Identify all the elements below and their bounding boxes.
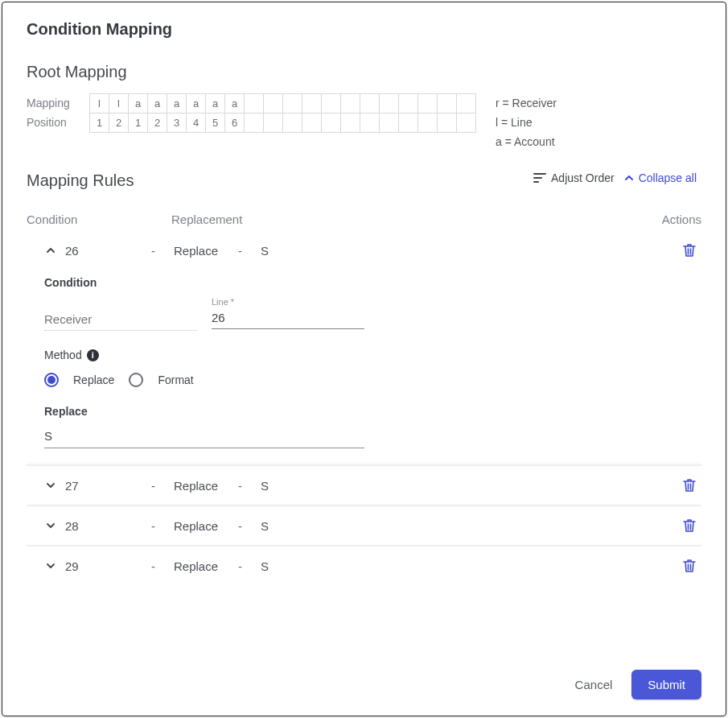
root-mapping-area: Mapping Position llaaaaaa 12123456 r = R… [27, 93, 701, 151]
mapping-cell[interactable]: a [225, 94, 245, 113]
position-cell[interactable] [245, 113, 264, 133]
position-cell[interactable] [399, 113, 418, 133]
position-cell[interactable] [360, 113, 380, 133]
mapping-cell[interactable] [399, 94, 418, 113]
rule-row: 28 - Replace - S [27, 506, 701, 545]
legend-a: a = Account [496, 132, 557, 151]
mapping-cell[interactable] [380, 94, 399, 113]
position-cell[interactable]: 4 [187, 113, 206, 133]
delete-rule-button[interactable] [679, 555, 700, 577]
expand-toggle[interactable] [43, 477, 59, 493]
rule-value: S [261, 244, 677, 258]
position-cell[interactable]: 3 [167, 113, 187, 133]
mapping-cell[interactable] [360, 94, 380, 113]
mapping-cell[interactable] [438, 94, 457, 113]
mapping-cell[interactable]: l [90, 94, 109, 113]
mapping-cell[interactable] [264, 94, 283, 113]
position-cell[interactable] [438, 113, 457, 133]
mapping-cell[interactable]: l [109, 94, 129, 113]
mapping-cell[interactable] [283, 94, 302, 113]
position-cell[interactable] [457, 113, 476, 133]
dialog-title: Condition Mapping [27, 20, 701, 39]
mapping-cell[interactable]: a [206, 94, 225, 113]
delete-rule-button[interactable] [679, 474, 700, 497]
radio-replace-label: Replace [73, 373, 114, 386]
collapse-toggle[interactable] [43, 242, 59, 258]
receiver-field: . [44, 297, 197, 331]
mapping-cell[interactable] [457, 94, 476, 113]
rule-dash: - [238, 244, 261, 258]
mapping-cell[interactable] [341, 94, 360, 113]
position-cell[interactable]: 6 [225, 113, 245, 133]
rule-dash: - [151, 479, 174, 493]
replace-input[interactable] [44, 426, 364, 448]
adjust-order-label: Adjust Order [551, 171, 615, 184]
trash-icon [682, 518, 697, 534]
method-section: Method i [44, 349, 701, 361]
position-cell[interactable] [283, 113, 302, 133]
line-label: Line * [212, 297, 364, 307]
mapping-cell[interactable]: a [167, 94, 187, 113]
expand-toggle[interactable] [43, 558, 59, 574]
rule-dash: - [151, 559, 174, 573]
collapse-all-label: Collapse all [639, 171, 697, 184]
col-actions: Actions [645, 213, 701, 226]
chevron-down-icon [45, 480, 56, 491]
position-cell[interactable]: 5 [206, 113, 225, 133]
adjust-order-button[interactable]: Adjust Order [529, 168, 619, 188]
rule-dash: - [238, 519, 261, 533]
mapping-cell[interactable] [302, 94, 322, 113]
info-icon[interactable]: i [87, 349, 99, 361]
collapse-all-button[interactable]: Collapse all [619, 168, 701, 188]
sort-icon [533, 172, 546, 184]
rule-method: Replace [174, 479, 238, 493]
position-cell[interactable]: 2 [109, 113, 129, 133]
position-cell[interactable] [322, 113, 341, 133]
rule-dash: - [151, 244, 174, 258]
mapping-cell[interactable]: a [187, 94, 206, 113]
legend-l: l = Line [496, 113, 557, 132]
mapping-cell[interactable]: a [148, 94, 167, 113]
mapping-cell[interactable]: a [129, 94, 148, 113]
line-input[interactable] [212, 308, 364, 329]
mapping-cell[interactable] [322, 94, 341, 113]
rule-id: 26 [59, 244, 151, 258]
delete-rule-button[interactable] [679, 239, 700, 262]
position-cell[interactable]: 1 [90, 113, 109, 133]
condition-mapping-dialog: Condition Mapping Root Mapping Mapping P… [2, 2, 726, 716]
trash-icon [682, 242, 697, 258]
position-cell[interactable]: 2 [148, 113, 167, 133]
replace-section: Replace [44, 405, 701, 448]
root-mapping-heading: Root Mapping [27, 63, 701, 81]
radio-format[interactable] [129, 373, 143, 387]
rules-header-bar: Mapping Rules Adjust Order Collapse all [27, 151, 701, 204]
position-cell[interactable] [380, 113, 399, 133]
root-mapping-labels: Mapping Position [27, 93, 81, 132]
rule-value: S [261, 559, 677, 573]
radio-replace[interactable] [44, 373, 59, 387]
mapping-cell[interactable] [418, 94, 438, 113]
rule-id: 29 [59, 559, 151, 573]
expand-toggle[interactable] [43, 518, 59, 534]
method-label: Method [44, 349, 82, 361]
rule-id: 27 [59, 479, 151, 493]
chevron-up-icon [45, 245, 56, 256]
chevron-down-icon [45, 560, 56, 572]
rules-column-headers: Condition Replacement Actions [27, 213, 701, 226]
position-cell[interactable] [302, 113, 322, 133]
legend-r: r = Receiver [496, 93, 557, 113]
cancel-button[interactable]: Cancel [570, 671, 618, 698]
position-cell[interactable] [418, 113, 438, 133]
dialog-footer: Cancel Submit [27, 655, 701, 699]
rule-method: Replace [174, 244, 238, 258]
rule-dash: - [238, 559, 261, 573]
position-cell[interactable]: 1 [129, 113, 148, 133]
position-cell[interactable] [341, 113, 360, 133]
mapping-cell[interactable] [245, 94, 264, 113]
submit-button[interactable]: Submit [631, 670, 701, 699]
trash-icon [682, 558, 697, 574]
position-cell[interactable] [264, 113, 283, 133]
delete-rule-button[interactable] [679, 514, 700, 537]
receiver-input[interactable] [44, 310, 197, 331]
mapping-legend: r = Receiver l = Line a = Account [496, 93, 557, 151]
